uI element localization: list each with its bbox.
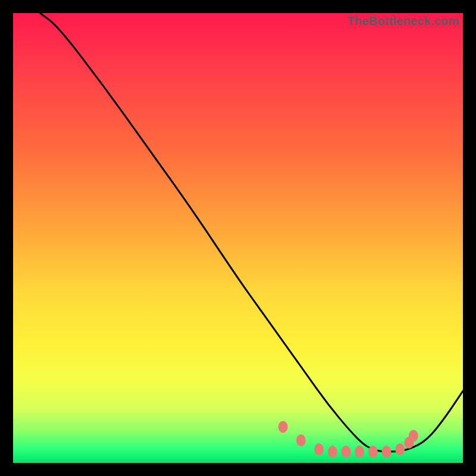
curve-marker [341,446,350,458]
curve-marker [328,446,337,458]
curve-marker [368,446,378,458]
bottleneck-curve [40,13,463,452]
curve-marker [395,443,405,455]
chart-svg [13,13,463,463]
curve-marker [355,446,364,458]
curve-markers [278,421,418,458]
chart-frame: TheBottleneck.com [0,0,476,476]
curve-marker [296,434,306,446]
curve-marker [314,443,324,455]
curve-marker [409,430,418,442]
curve-marker [404,437,414,449]
plot-area: TheBottleneck.com [13,13,463,463]
curve-marker [278,421,288,433]
watermark-text: TheBottleneck.com [347,14,459,28]
curve-marker [382,446,392,458]
